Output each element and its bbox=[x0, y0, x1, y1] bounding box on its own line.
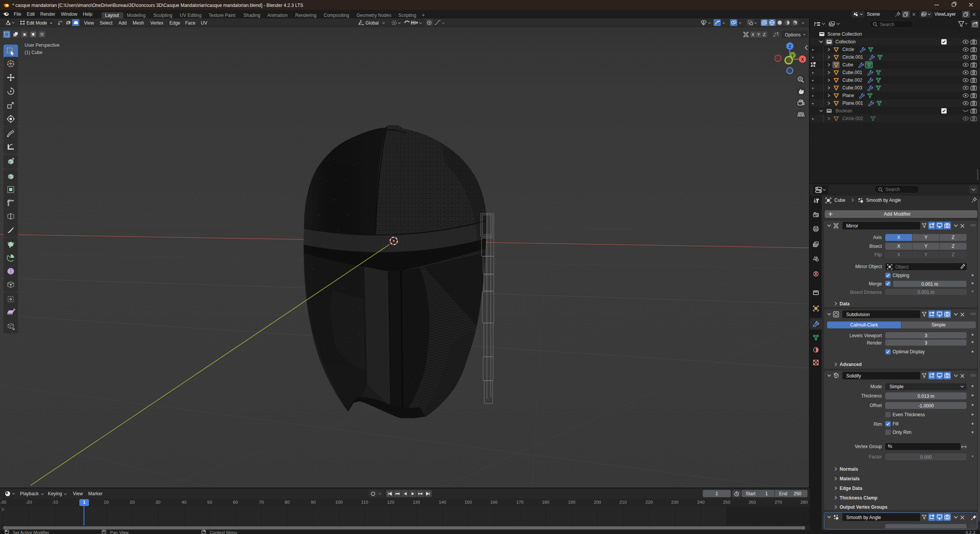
svg-text:X: X bbox=[801, 57, 804, 62]
svg-text:Z: Z bbox=[789, 44, 791, 49]
svg-text:Y: Y bbox=[791, 54, 794, 58]
